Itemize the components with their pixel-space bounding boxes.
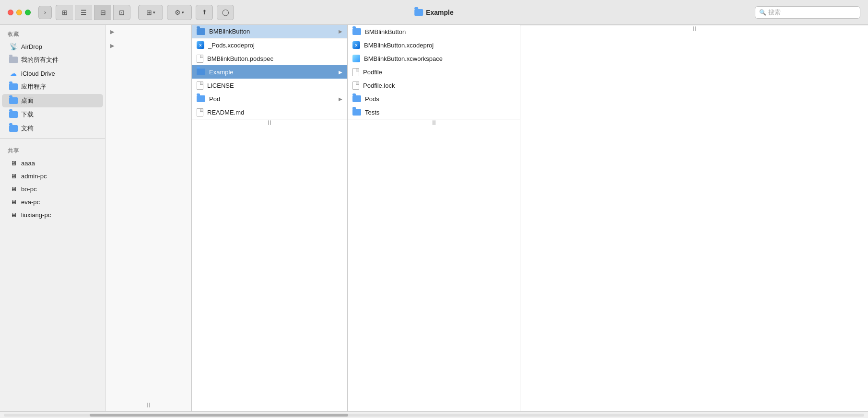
col3-item-podfilelock[interactable]: Podfile.lock	[348, 79, 520, 92]
share-icon: ⬆	[202, 9, 207, 16]
documents-icon	[10, 125, 17, 132]
grid-icon: ⊞	[62, 9, 68, 16]
col2-folder-name: BMBlinkButton	[209, 28, 335, 35]
file-icon	[197, 55, 203, 63]
col-item-label: _Pods.xcodeproj	[208, 42, 342, 49]
xcodeproj-icon: X	[197, 41, 204, 49]
col-item-label: Pod	[209, 95, 335, 103]
forward-nav-button[interactable]: ›	[38, 6, 52, 19]
sidebar-item-liuxiang-pc[interactable]: 🖥 liuxiang-pc	[2, 209, 103, 221]
col2-item-podspec[interactable]: BMBlinkButton.podspec	[192, 52, 347, 65]
sidebar-item-admin-pc[interactable]: 🖥 admin-pc	[2, 170, 103, 182]
col3-item-tests[interactable]: Tests	[348, 105, 520, 119]
col4-resize-handle[interactable]	[520, 25, 868, 32]
column-panel-4	[520, 25, 868, 411]
list-icon: ☰	[81, 9, 87, 16]
view-buttons-group: ⊞ ☰ ⊟ ⊡	[56, 5, 130, 20]
list-view-button[interactable]: ☰	[75, 5, 92, 20]
col-item-label: Pods	[365, 95, 515, 103]
sidebar-item-desktop[interactable]: 桌面	[2, 94, 103, 107]
sidebar-item-all-files[interactable]: 我的所有文件	[2, 53, 103, 67]
col-item-label: LICENSE	[207, 82, 342, 89]
columns-icon: ⊟	[100, 9, 106, 16]
sidebar-item-aaaa[interactable]: 🖥 aaaa	[2, 157, 103, 169]
sidebar-item-label: 文稿	[21, 124, 34, 133]
chevron-down-icon: ▾	[153, 10, 155, 15]
column-view-button[interactable]: ⊟	[94, 5, 111, 20]
share-button[interactable]: ⬆	[196, 5, 213, 20]
col1-resize-handle[interactable]	[147, 403, 150, 407]
sidebar-item-label: bo-pc	[21, 186, 37, 193]
file-icon	[352, 81, 359, 90]
col3-item-xcworkspace[interactable]: BMBlinkButton.xcworkspace	[348, 52, 520, 65]
col3-item-xcodeproj[interactable]: X BMBlinkButton.xcodeproj	[348, 38, 520, 52]
col1-empty	[106, 53, 191, 411]
col3-item-bmblink[interactable]: BMBlinkButton	[348, 25, 520, 38]
sidebar-item-icloud[interactable]: ☁ iCloud Drive	[2, 67, 103, 80]
gear-icon: ⚙	[175, 9, 181, 16]
applications-icon	[10, 83, 17, 91]
col-item-label: BMBlinkButton.podspec	[207, 55, 342, 62]
sidebar-item-airdrop[interactable]: 📡 AirDrop	[2, 40, 103, 53]
col-item-label: README.md	[207, 109, 342, 116]
col3-item-pods[interactable]: Pods	[348, 92, 520, 105]
col2-folder-header[interactable]: BMBlinkButton ▶	[192, 25, 347, 38]
close-button[interactable]	[8, 10, 13, 15]
chevron-right-icon: ›	[44, 9, 46, 16]
scrollbar-container	[0, 411, 868, 418]
col2-item-example[interactable]: Example ▶	[192, 65, 347, 79]
sidebar-item-applications[interactable]: 应用程序	[2, 80, 103, 93]
group-button[interactable]: ⊞ ▾	[138, 5, 163, 20]
col2-item-pods-xcodeproj[interactable]: X _Pods.xcodeproj	[192, 38, 347, 52]
sidebar-item-downloads[interactable]: 下载	[2, 108, 103, 121]
col1-item-arrow1[interactable]: ▶	[106, 25, 191, 39]
col2-item-license[interactable]: LICENSE	[192, 79, 347, 92]
col3-resize-handle[interactable]	[348, 119, 520, 126]
col2-item-readme[interactable]: README.md	[192, 105, 347, 119]
title-bar: › ⊞ ☰ ⊟ ⊡ ⊞ ▾ ⚙ ▾ ⬆ ◯	[0, 0, 868, 25]
traffic-lights	[8, 10, 31, 15]
search-placeholder: 搜索	[768, 8, 781, 17]
sidebar-item-label: 我的所有文件	[21, 56, 59, 64]
sidebar-item-label: 桌面	[21, 96, 34, 105]
xcodeproj-icon: X	[352, 41, 360, 49]
col1-item-arrow2[interactable]: ▶	[106, 39, 191, 53]
file-icon	[197, 108, 203, 116]
sidebar-item-bo-pc[interactable]: 🖥 bo-pc	[2, 183, 103, 195]
icon-view-button[interactable]: ⊞	[56, 5, 73, 20]
actions-button[interactable]: ⚙ ▾	[167, 5, 192, 20]
shared-header: 共享	[0, 141, 105, 156]
folder-icon	[352, 109, 361, 116]
sidebar-item-documents[interactable]: 文稿	[2, 122, 103, 135]
column-panel-1: ▶ ▶	[106, 25, 192, 411]
col2-resize-handle[interactable]	[192, 119, 347, 126]
sidebar-item-label: 应用程序	[21, 82, 46, 91]
chevron-right-icon: ▶	[110, 43, 114, 49]
maximize-button[interactable]	[25, 10, 31, 15]
pc-icon: 🖥	[10, 185, 17, 193]
sidebar-item-label: iCloud Drive	[21, 70, 55, 77]
folder-icon	[197, 28, 205, 35]
file-icon	[197, 81, 203, 90]
chevron-right-icon: ▶	[339, 29, 342, 34]
sidebar-item-label: 下载	[21, 110, 34, 119]
folder-icon	[197, 95, 205, 102]
tag-icon: ◯	[222, 9, 229, 16]
column-panel-3: BMBlinkButton X BMBlinkButton.xcodeproj …	[348, 25, 520, 411]
minimize-button[interactable]	[16, 10, 22, 15]
scrollbar-track[interactable]	[4, 414, 864, 417]
column-panel-2: BMBlinkButton ▶ X _Pods.xcodeproj BMBlin…	[192, 25, 348, 411]
col2-item-pod[interactable]: Pod ▶	[192, 92, 347, 105]
col3-item-podfile[interactable]: Podfile	[348, 65, 520, 79]
favorites-header: 收藏	[0, 25, 105, 40]
gallery-view-button[interactable]: ⊡	[113, 5, 130, 20]
sidebar-item-label: AirDrop	[21, 43, 42, 50]
sidebar-item-eva-pc[interactable]: 🖥 eva-pc	[2, 196, 103, 208]
chevron-right-icon: ▶	[339, 96, 342, 102]
all-files-icon	[10, 56, 17, 64]
scrollbar-thumb[interactable]	[90, 414, 348, 417]
folder-icon	[352, 95, 361, 102]
chevron-down-icon: ▾	[182, 10, 184, 15]
search-bar[interactable]: 🔍 搜索	[755, 6, 860, 19]
tag-button[interactable]: ◯	[217, 5, 234, 20]
